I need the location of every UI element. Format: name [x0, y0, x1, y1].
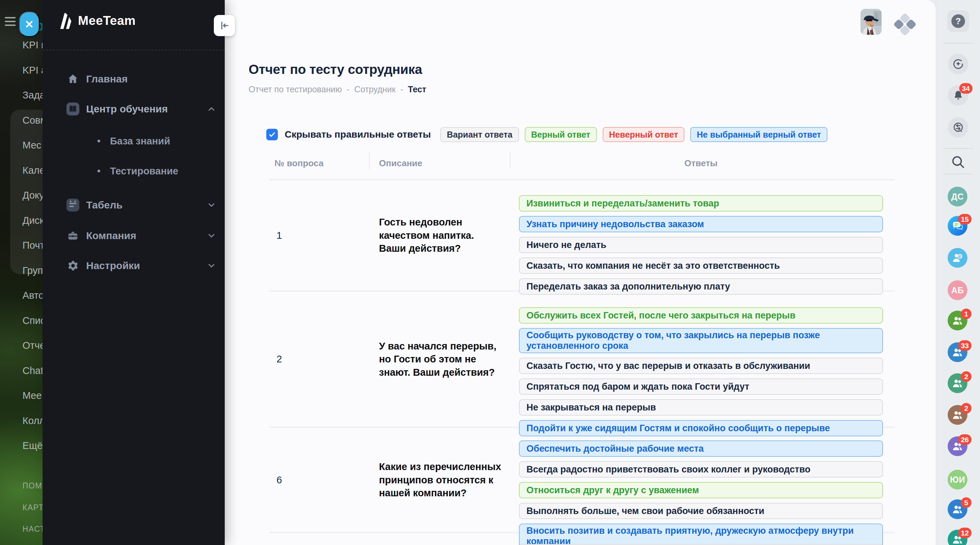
sidebar-item-knowledge-base[interactable]: • База знаний: [43, 133, 225, 149]
column-header-number: № вопроса: [274, 158, 323, 169]
main-drawer: MeeTeam Главная Центр обучения • База зн…: [43, 0, 225, 545]
chevron-up-icon: [207, 104, 216, 114]
group-avatar[interactable]: 1: [948, 311, 967, 330]
hamburger-menu-icon[interactable]: [5, 17, 16, 26]
answers-list: Обеспечить достойные рабочие места Всегд…: [519, 440, 883, 545]
legend-badge-correct: Верный ответ: [525, 127, 597, 142]
sidebar-item-label: Главная: [86, 73, 128, 85]
avatar-initials: АБ: [951, 285, 964, 295]
breadcrumb-current: Тест: [408, 84, 426, 94]
bullet-icon: •: [97, 135, 101, 147]
legend-badge-variant: Вариант ответа: [440, 127, 519, 142]
main-content: Отчет по тесту сотрудника Отчет по тести…: [225, 0, 936, 545]
drawer-divider: [43, 50, 225, 50]
chat-badge: 15: [958, 214, 972, 225]
contact-avatar[interactable]: АБ: [948, 280, 967, 300]
breadcrumb-separator: -: [401, 84, 403, 94]
chevron-down-icon: [207, 231, 216, 241]
answer-option: Спрятаться под баром и ждать пока Гости …: [519, 378, 883, 395]
column-divider: [510, 152, 511, 169]
group-badge: 1: [961, 309, 972, 319]
sidebar-item-label: Настройки: [86, 260, 140, 271]
question-mark-icon: ?: [951, 14, 965, 28]
group-badge: 26: [958, 434, 972, 445]
contact-avatar[interactable]: ДС: [948, 186, 967, 206]
breadcrumb-separator: -: [347, 84, 349, 94]
answer-option: Выполнять больше, чем свои рабочие обяза…: [519, 503, 883, 519]
rail-divider: [943, 148, 973, 149]
group-badge: 2: [961, 371, 972, 382]
brand-name: MeeTeam: [78, 14, 135, 28]
breadcrumb-link[interactable]: Отчет по тестированию: [248, 84, 342, 94]
home-icon: [66, 72, 80, 86]
hide-correct-checkbox[interactable]: [266, 129, 278, 140]
close-drawer-button[interactable]: [19, 11, 40, 37]
calendar-icon: [66, 198, 80, 212]
right-rail: ? 34 ДС 15: [936, 0, 980, 545]
question-description: У вас начался перерыв, но Гости об этом …: [379, 292, 502, 427]
rail-divider: [943, 43, 973, 44]
group-avatar[interactable]: 5: [948, 499, 967, 519]
column-divider: [369, 152, 370, 169]
answer-option: Сообщить руководству о том, что закрылис…: [519, 328, 883, 353]
group-avatar[interactable]: 2: [948, 373, 967, 393]
chat-app-avatar[interactable]: 15: [948, 216, 967, 236]
question-description: Гость недоволен качеством напитка. Ваши …: [379, 180, 502, 290]
answer-option: Извиниться и переделать/заменить товар: [519, 195, 883, 212]
group-avatar[interactable]: 2: [948, 405, 967, 425]
answer-option: Ничего не делать: [519, 237, 883, 253]
answer-option: Не закрываться на перерыв: [519, 399, 883, 416]
contact-avatar[interactable]: ЮИ: [948, 470, 967, 489]
group-badge: 5: [961, 497, 972, 508]
legend-badge-missed: Не выбранный верный ответ: [690, 127, 827, 142]
sidebar-item-testing[interactable]: • Тестирование: [43, 163, 225, 179]
group-badge: 12: [958, 527, 972, 538]
column-header-description: Описание: [379, 158, 422, 169]
sidebar-item-label: Центр обучения: [86, 103, 168, 115]
sidebar-item-home[interactable]: Главная: [43, 70, 225, 88]
search-button[interactable]: [950, 154, 966, 170]
answer-option: Узнать причину недовольства заказом: [519, 216, 883, 232]
apps-grid-icon[interactable]: [895, 14, 915, 34]
group-avatar[interactable]: 26: [948, 436, 967, 456]
sidebar-subitem-label: База знаний: [110, 135, 170, 147]
help-button[interactable]: ?: [947, 10, 969, 32]
sidebar-item-timesheet[interactable]: Табель: [43, 196, 225, 214]
legend-badge-wrong: Неверный ответ: [603, 127, 685, 142]
hide-correct-label[interactable]: Скрывать правильные ответы: [285, 129, 431, 140]
chat-transfer-button[interactable]: [948, 117, 969, 138]
sidebar-item-label: Компания: [86, 230, 136, 242]
avatar-initials: ДС: [951, 192, 964, 202]
chevron-down-icon: [207, 261, 216, 271]
table-row: 6 Какие из перечисленных принципов относ…: [269, 428, 895, 532]
group-avatar[interactable]: 12: [948, 530, 967, 545]
search-icon: [950, 154, 966, 170]
sidebar-item-learning-center[interactable]: Центр обучения: [43, 100, 225, 118]
question-number: 6: [277, 428, 365, 532]
sidebar-item-company[interactable]: Компания: [43, 226, 225, 245]
answer-option: Обслужить всех Гостей, после чего закрыт…: [519, 307, 883, 323]
group-avatar[interactable]: 33: [948, 342, 967, 362]
breadcrumb-link[interactable]: Сотрудник: [354, 84, 395, 94]
person-clock-avatar[interactable]: [948, 248, 967, 268]
sidebar-item-settings[interactable]: Настройки: [43, 257, 225, 275]
briefcase-icon: [66, 229, 80, 243]
brand[interactable]: MeeTeam: [57, 11, 135, 30]
question-number: 2: [277, 292, 365, 427]
answer-option: Обеспечить достойные рабочие места: [519, 440, 883, 457]
person-clock-icon: [951, 252, 964, 265]
sidebar-subitem-label: Тестирование: [110, 166, 178, 177]
answers-list: Извиниться и переделать/заменить товар У…: [519, 195, 883, 295]
column-header-answers: Ответы: [519, 158, 883, 169]
bullet-icon: •: [97, 165, 101, 177]
answer-option: Вносить позитив и создавать приятную, др…: [519, 524, 883, 545]
test-results-table: № вопроса Описание Ответы 1 Гость недово…: [269, 150, 895, 545]
answers-list: Обслужить всех Гостей, после чего закрыт…: [519, 307, 883, 436]
user-avatar[interactable]: [861, 9, 881, 35]
avatar-initials: ЮИ: [950, 475, 966, 485]
page-title: Отчет по тесту сотрудника: [248, 62, 422, 77]
breadcrumb: Отчет по тестированию - Сотрудник - Тест: [248, 84, 426, 94]
table-row: 1 Гость недоволен качеством напитка. Ваш…: [269, 180, 895, 290]
collapse-drawer-button[interactable]: [214, 15, 235, 36]
ai-sparkle-button[interactable]: [948, 54, 969, 74]
